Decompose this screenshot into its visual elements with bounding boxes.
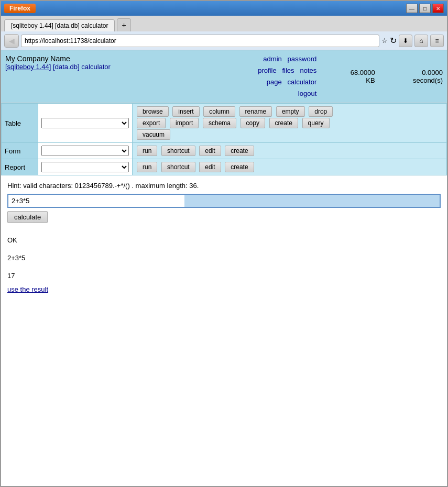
form-label: Form xyxy=(2,143,38,159)
admin-link[interactable]: admin xyxy=(263,55,281,63)
table-select-cell xyxy=(38,104,133,143)
maximize-button[interactable]: □ xyxy=(419,4,431,13)
drop-button[interactable]: drop xyxy=(309,106,333,117)
tab-title: [sqliteboy 1.44] [data.db] calculator xyxy=(11,22,108,29)
close-button[interactable]: ✕ xyxy=(432,4,444,13)
form-run-button[interactable]: run xyxy=(137,146,157,156)
form-row: Form run shortcut edit create xyxy=(2,143,447,159)
url-input[interactable] xyxy=(21,35,379,47)
report-run-button[interactable]: run xyxy=(137,162,157,172)
form-create-button[interactable]: create xyxy=(225,146,254,156)
create-button[interactable]: create xyxy=(269,118,298,128)
report-select-cell xyxy=(38,159,133,175)
time-unit: second(s) xyxy=(413,76,443,84)
form-select-cell xyxy=(38,143,133,159)
calc-expression-input[interactable] xyxy=(8,195,184,207)
time-stat: 0.0000 second(s) xyxy=(379,50,447,103)
report-create-button[interactable]: create xyxy=(225,162,254,172)
new-tab-button[interactable]: + xyxy=(117,18,130,31)
download-button[interactable]: ⬇ xyxy=(399,35,412,47)
reload-icon[interactable]: ↻ xyxy=(390,36,397,46)
form-shortcut-button[interactable]: shortcut xyxy=(161,146,195,156)
calc-input-right-area xyxy=(184,195,440,207)
import-button[interactable]: import xyxy=(170,118,199,128)
table-row: Table browse insert column rename empty … xyxy=(2,104,447,143)
result-value: 17 xyxy=(7,269,441,283)
db-title: [sqliteboy 1.44] [data.db] calculator xyxy=(5,63,198,71)
calculator-link[interactable]: calculator xyxy=(288,78,317,86)
report-edit-button[interactable]: edit xyxy=(199,162,221,172)
schema-button[interactable]: schema xyxy=(203,118,236,128)
active-tab[interactable]: [sqliteboy 1.44] [data.db] calculator xyxy=(4,19,115,31)
tab-bar: [sqliteboy 1.44] [data.db] calculator + xyxy=(1,16,447,31)
vacuum-button[interactable]: vacuum xyxy=(137,129,170,140)
page-content: My Company Name [sqliteboy 1.44] [data.d… xyxy=(1,50,447,486)
form-edit-button[interactable]: edit xyxy=(199,146,221,156)
browse-button[interactable]: browse xyxy=(137,106,169,117)
home-button[interactable]: ⌂ xyxy=(414,35,428,47)
nav-links: admin password profile files notes page … xyxy=(202,50,321,103)
copy-button[interactable]: copy xyxy=(241,118,265,128)
form-select[interactable] xyxy=(41,146,129,156)
column-button[interactable]: column xyxy=(203,106,235,117)
time-value: 0.0000 xyxy=(422,69,443,76)
table-label: Table xyxy=(2,104,38,143)
db-rest: [data.db] calculator xyxy=(53,63,111,71)
files-link[interactable]: files xyxy=(282,67,294,74)
page-link[interactable]: page xyxy=(267,78,282,86)
calculator-form: calculate xyxy=(1,194,447,229)
profile-link[interactable]: profile xyxy=(258,67,276,74)
report-row: Report run shortcut edit create xyxy=(2,159,447,175)
query-button[interactable]: query xyxy=(302,118,330,128)
result-expression: 2+3*5 xyxy=(7,251,441,265)
title-bar: Firefox — □ ✕ xyxy=(1,1,447,16)
star-icon: ☆ xyxy=(381,37,388,45)
window-controls: — □ ✕ xyxy=(406,4,444,13)
empty-button[interactable]: empty xyxy=(276,106,305,117)
company-name: My Company Name xyxy=(5,54,198,63)
export-button[interactable]: export xyxy=(137,118,166,128)
table-select[interactable] xyxy=(41,118,129,128)
report-label: Report xyxy=(2,159,38,175)
password-link[interactable]: password xyxy=(288,55,317,63)
form-buttons: run shortcut edit create xyxy=(133,143,447,159)
navigation-bar: ◀ ☆ ↻ ⬇ ⌂ ≡ xyxy=(1,31,447,50)
calculate-button[interactable]: calculate xyxy=(7,211,48,223)
size-unit: KB xyxy=(366,76,375,84)
result-link: use the result xyxy=(7,283,441,296)
logout-link[interactable]: logout xyxy=(298,90,316,97)
size-value: 68.0000 xyxy=(351,69,375,76)
db-link[interactable]: [sqliteboy 1.44] xyxy=(5,63,51,71)
calc-input-row xyxy=(7,194,441,208)
results-section: OK 2+3*5 17 use the result xyxy=(1,229,447,301)
table-buttons: browse insert column rename empty drop e… xyxy=(133,104,447,143)
main-nav-table: Table browse insert column rename empty … xyxy=(1,103,447,175)
minimize-button[interactable]: — xyxy=(406,4,418,13)
report-shortcut-button[interactable]: shortcut xyxy=(161,162,195,172)
back-button[interactable]: ◀ xyxy=(4,34,19,48)
menu-button[interactable]: ≡ xyxy=(430,35,444,47)
result-status: OK xyxy=(7,234,441,247)
notes-link[interactable]: notes xyxy=(300,67,316,74)
insert-button[interactable]: insert xyxy=(172,106,199,117)
size-stat: 68.0000 KB xyxy=(321,50,379,103)
hint-text: Hint: valid characters: 0123456789.-+*/(… xyxy=(1,175,447,194)
firefox-menu-button[interactable]: Firefox xyxy=(4,4,36,13)
header-table: My Company Name [sqliteboy 1.44] [data.d… xyxy=(1,50,447,103)
report-buttons: run shortcut edit create xyxy=(133,159,447,175)
use-result-link[interactable]: use the result xyxy=(7,285,48,293)
report-select[interactable] xyxy=(41,162,129,172)
rename-button[interactable]: rename xyxy=(239,106,272,117)
